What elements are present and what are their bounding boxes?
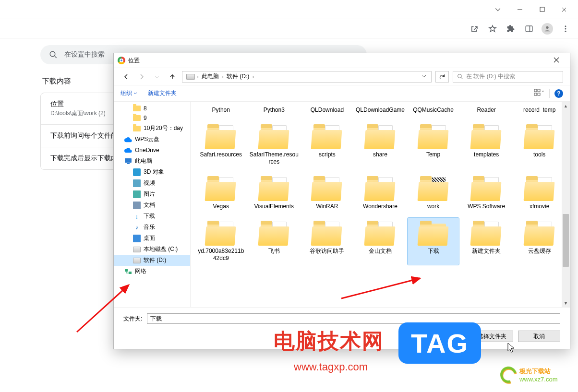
folder-item[interactable]: Safari.resources [195,121,247,168]
folder-item[interactable]: WPS Software [461,173,512,213]
folder-name: Vegas [213,203,229,210]
folder-item[interactable]: Python [195,104,247,117]
tree-item[interactable]: 视频 [114,178,190,189]
folder-icon [364,221,397,246]
watermark-url: www.tagxp.com [294,361,368,373]
folder-item[interactable]: yd.7000a83e211b42dc9 [195,218,247,265]
folder-icon [523,124,556,149]
crumb-this-pc[interactable]: 此电脑 [201,72,220,81]
breadcrumb[interactable]: › 此电脑 › 软件 (D:) › [182,71,432,83]
svg-rect-14 [125,269,128,272]
tree-item[interactable]: 图片 [114,189,190,200]
scrollbar[interactable]: ▲ ▼ [562,102,570,307]
tree-item[interactable]: 8 [114,104,190,113]
close-button[interactable] [553,2,575,17]
tree-item[interactable]: 此电脑 [114,155,190,166]
folder-item[interactable]: xfmovie [514,173,565,213]
folder-item[interactable]: 金山文档 [355,218,406,265]
svg-rect-15 [129,272,132,274]
folder-item[interactable]: Python3 [249,104,300,117]
share-icon[interactable] [469,23,480,35]
view-mode-button[interactable] [534,89,544,98]
folder-item[interactable]: Wondershare [355,173,406,213]
folder-name: VisualElements [254,203,294,210]
crumb-dropdown[interactable] [419,73,429,80]
folder-item[interactable]: Reader [461,104,512,117]
folder-item[interactable]: 新建文件夹 [461,218,512,265]
organize-menu[interactable]: 组织 [120,89,137,97]
scroll-thumb[interactable] [563,214,569,267]
folder-grid[interactable]: PythonPython3QLDownloadQLDownloadGameQQM… [191,102,570,307]
tree-item[interactable]: 桌面 [114,233,190,244]
folder-item[interactable]: Vegas [195,173,247,213]
select-folder-button[interactable]: 选择文件夹 [471,331,513,342]
menu-icon[interactable] [560,23,571,35]
tree-item[interactable]: 3D 对象 [114,166,190,178]
tree-item[interactable]: 9 [114,113,190,123]
tree-item[interactable]: 文档 [114,200,190,211]
crumb-drive[interactable]: 软件 (D:) [226,72,250,81]
tree-item[interactable]: 本地磁盘 (C:) [114,244,190,255]
help-icon[interactable]: ? [554,89,563,98]
folder-item[interactable]: work [408,173,459,213]
nav-back-button[interactable] [120,71,132,83]
folder-item[interactable]: scripts [301,121,353,168]
folder-name: QLDownload [311,107,344,114]
folder-item[interactable]: 下载 [408,218,459,265]
tree-item-label: 软件 (D:) [144,256,166,264]
folder-icon [311,176,343,201]
folder-icon [311,221,343,246]
folder-item[interactable]: 云盘缓存 [514,218,565,265]
minimize-button[interactable] [509,2,531,17]
tree-item[interactable]: ↓下载 [114,211,190,222]
cancel-button[interactable]: 取消 [518,331,560,342]
folder-name: tools [533,151,545,158]
folder-item[interactable]: templates [461,121,512,168]
tree-item[interactable]: OneDrive [114,145,190,155]
tree-item[interactable]: WPS云盘 [114,134,190,145]
svg-point-6 [50,51,55,57]
folder-item[interactable]: SafariTheme.resources [249,121,300,168]
foldername-label: 文件夹: [123,315,142,323]
folder-name: Python3 [264,107,285,114]
tree-item[interactable]: 软件 (D:) [114,255,190,266]
foldername-input[interactable] [147,313,560,324]
folder-name: QLDownloadGame [356,107,405,114]
folder-name: 谷歌访问助手 [310,248,344,255]
folder-item[interactable]: QQMusicCache [408,104,459,117]
nav-recent-dropdown[interactable] [151,71,163,83]
scroll-track[interactable] [562,110,570,299]
refresh-button[interactable] [435,71,449,83]
folder-item[interactable]: tools [514,121,565,168]
folder-item[interactable]: 飞书 [249,218,300,265]
folder-item[interactable]: 谷歌访问助手 [301,218,353,265]
chevron-right-icon: › [197,73,199,80]
profile-avatar[interactable] [542,23,553,35]
folder-item[interactable]: share [355,121,406,168]
folder-item[interactable]: QLDownloadGame [355,104,406,117]
svg-rect-13 [127,163,130,164]
nav-tree[interactable]: 8910月20号：dayWPS云盘OneDrive此电脑3D 对象视频图片文档↓… [114,102,191,307]
chevron-down-icon[interactable] [487,2,509,17]
scroll-up-button[interactable]: ▲ [562,102,570,110]
dialog-search[interactable]: 在 软件 (D:) 中搜索 [453,71,563,83]
svg-point-4 [565,28,566,29]
tree-item[interactable]: 网络 [114,266,190,277]
nav-forward-button[interactable] [136,71,147,83]
tree-item[interactable]: ♪音乐 [114,222,190,233]
folder-item[interactable]: Temp [408,121,459,168]
new-folder-button[interactable]: 新建文件夹 [148,89,177,97]
sidepanel-icon[interactable] [523,23,535,35]
folder-item[interactable]: record_temp [514,104,565,117]
folder-name: templates [474,151,499,158]
maximize-button[interactable] [531,2,553,17]
extensions-icon[interactable] [505,23,517,35]
star-icon[interactable] [487,23,498,35]
nav-up-button[interactable] [167,71,178,83]
folder-item[interactable]: WinRAR [301,173,353,213]
folder-item[interactable]: VisualElements [249,173,300,213]
scroll-down-button[interactable]: ▼ [562,299,570,307]
tree-item[interactable]: 10月20号：day [114,123,190,134]
folder-item[interactable]: QLDownload [301,104,353,117]
dialog-close-button[interactable] [547,57,566,64]
